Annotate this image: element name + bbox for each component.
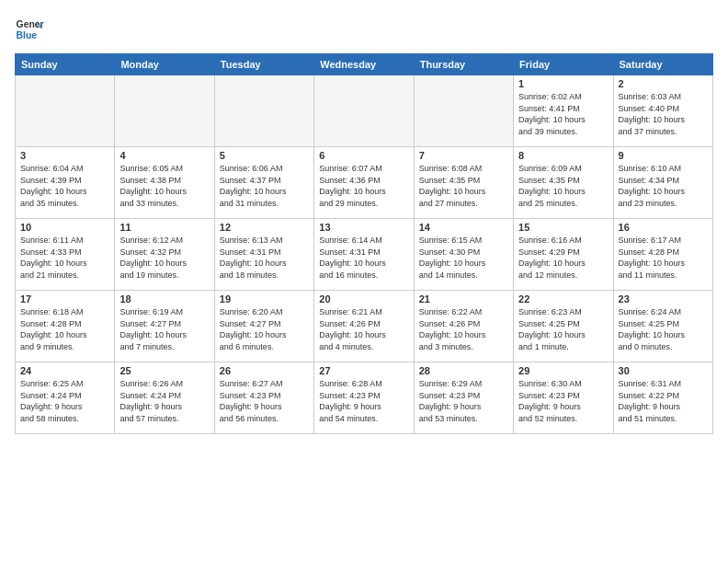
- day-cell: 26Sunrise: 6:27 AM Sunset: 4:23 PM Dayli…: [214, 362, 313, 434]
- day-info: Sunrise: 6:30 AM Sunset: 4:23 PM Dayligh…: [518, 378, 608, 424]
- day-number: 18: [119, 293, 209, 304]
- day-cell: 16Sunrise: 6:17 AM Sunset: 4:28 PM Dayli…: [613, 219, 712, 291]
- svg-text:Blue: Blue: [17, 30, 38, 40]
- day-cell: 4Sunrise: 6:05 AM Sunset: 4:38 PM Daylig…: [115, 147, 214, 219]
- day-number: 8: [518, 150, 608, 161]
- day-cell: 18Sunrise: 6:19 AM Sunset: 4:27 PM Dayli…: [115, 291, 214, 362]
- day-info: Sunrise: 6:23 AM Sunset: 4:25 PM Dayligh…: [518, 306, 608, 352]
- day-number: 25: [119, 365, 209, 376]
- day-info: Sunrise: 6:18 AM Sunset: 4:28 PM Dayligh…: [20, 306, 109, 352]
- day-cell: 30Sunrise: 6:31 AM Sunset: 4:22 PM Dayli…: [613, 362, 712, 434]
- day-info: Sunrise: 6:19 AM Sunset: 4:27 PM Dayligh…: [119, 306, 209, 352]
- calendar-body: 1Sunrise: 6:02 AM Sunset: 4:41 PM Daylig…: [16, 75, 713, 434]
- day-cell: [16, 75, 115, 147]
- day-cell: 27Sunrise: 6:28 AM Sunset: 4:23 PM Dayli…: [314, 362, 414, 434]
- week-row-2: 3Sunrise: 6:04 AM Sunset: 4:39 PM Daylig…: [16, 147, 713, 219]
- day-cell: [414, 75, 513, 147]
- day-cell: 29Sunrise: 6:30 AM Sunset: 4:23 PM Dayli…: [514, 362, 613, 434]
- day-info: Sunrise: 6:22 AM Sunset: 4:26 PM Dayligh…: [419, 306, 508, 352]
- logo-icon: General Blue: [15, 15, 44, 44]
- day-info: Sunrise: 6:04 AM Sunset: 4:39 PM Dayligh…: [20, 163, 109, 209]
- day-cell: 25Sunrise: 6:26 AM Sunset: 4:24 PM Dayli…: [115, 362, 214, 434]
- day-cell: 5Sunrise: 6:06 AM Sunset: 4:37 PM Daylig…: [214, 147, 313, 219]
- day-info: Sunrise: 6:12 AM Sunset: 4:32 PM Dayligh…: [119, 235, 209, 281]
- day-cell: 12Sunrise: 6:13 AM Sunset: 4:31 PM Dayli…: [214, 219, 313, 291]
- day-info: Sunrise: 6:08 AM Sunset: 4:35 PM Dayligh…: [419, 163, 508, 209]
- day-cell: 11Sunrise: 6:12 AM Sunset: 4:32 PM Dayli…: [115, 219, 214, 291]
- day-number: 16: [619, 222, 708, 233]
- day-info: Sunrise: 6:15 AM Sunset: 4:30 PM Dayligh…: [419, 235, 508, 281]
- day-number: 22: [518, 293, 608, 304]
- day-info: Sunrise: 6:13 AM Sunset: 4:31 PM Dayligh…: [220, 235, 309, 281]
- day-number: 10: [20, 222, 109, 233]
- day-number: 21: [419, 293, 508, 304]
- day-info: Sunrise: 6:14 AM Sunset: 4:31 PM Dayligh…: [319, 235, 408, 281]
- svg-text:General: General: [17, 19, 44, 29]
- day-number: 30: [619, 365, 708, 376]
- day-cell: 14Sunrise: 6:15 AM Sunset: 4:30 PM Dayli…: [414, 219, 513, 291]
- day-number: 23: [619, 293, 708, 304]
- day-cell: 9Sunrise: 6:10 AM Sunset: 4:34 PM Daylig…: [613, 147, 712, 219]
- day-number: 6: [319, 150, 408, 161]
- day-info: Sunrise: 6:16 AM Sunset: 4:29 PM Dayligh…: [518, 235, 608, 281]
- week-row-3: 10Sunrise: 6:11 AM Sunset: 4:33 PM Dayli…: [16, 219, 713, 291]
- week-row-5: 24Sunrise: 6:25 AM Sunset: 4:24 PM Dayli…: [16, 362, 713, 434]
- day-number: 9: [619, 150, 708, 161]
- day-info: Sunrise: 6:31 AM Sunset: 4:22 PM Dayligh…: [619, 378, 708, 424]
- day-cell: 21Sunrise: 6:22 AM Sunset: 4:26 PM Dayli…: [414, 291, 513, 362]
- day-cell: 17Sunrise: 6:18 AM Sunset: 4:28 PM Dayli…: [16, 291, 115, 362]
- day-info: Sunrise: 6:25 AM Sunset: 4:24 PM Dayligh…: [20, 378, 109, 424]
- day-number: 3: [20, 150, 109, 161]
- day-number: 27: [319, 365, 408, 376]
- day-cell: [314, 75, 414, 147]
- day-info: Sunrise: 6:29 AM Sunset: 4:23 PM Dayligh…: [419, 378, 508, 424]
- day-number: 1: [518, 78, 608, 89]
- day-cell: 23Sunrise: 6:24 AM Sunset: 4:25 PM Dayli…: [613, 291, 712, 362]
- week-row-4: 17Sunrise: 6:18 AM Sunset: 4:28 PM Dayli…: [16, 291, 713, 362]
- day-number: 15: [518, 222, 608, 233]
- day-number: 5: [220, 150, 309, 161]
- day-info: Sunrise: 6:26 AM Sunset: 4:24 PM Dayligh…: [119, 378, 209, 424]
- day-number: 29: [518, 365, 608, 376]
- day-cell: 20Sunrise: 6:21 AM Sunset: 4:26 PM Dayli…: [314, 291, 414, 362]
- day-cell: 10Sunrise: 6:11 AM Sunset: 4:33 PM Dayli…: [16, 219, 115, 291]
- day-info: Sunrise: 6:10 AM Sunset: 4:34 PM Dayligh…: [619, 163, 708, 209]
- day-info: Sunrise: 6:03 AM Sunset: 4:40 PM Dayligh…: [619, 91, 708, 137]
- day-number: 13: [319, 222, 408, 233]
- day-number: 28: [419, 365, 508, 376]
- day-info: Sunrise: 6:05 AM Sunset: 4:38 PM Dayligh…: [119, 163, 209, 209]
- day-number: 17: [20, 293, 109, 304]
- day-info: Sunrise: 6:11 AM Sunset: 4:33 PM Dayligh…: [20, 235, 109, 281]
- day-number: 7: [419, 150, 508, 161]
- day-info: Sunrise: 6:02 AM Sunset: 4:41 PM Dayligh…: [518, 91, 608, 137]
- day-number: 20: [319, 293, 408, 304]
- day-number: 26: [220, 365, 309, 376]
- day-cell: 28Sunrise: 6:29 AM Sunset: 4:23 PM Dayli…: [414, 362, 513, 434]
- day-cell: 15Sunrise: 6:16 AM Sunset: 4:29 PM Dayli…: [514, 219, 613, 291]
- weekday-friday: Friday: [514, 54, 613, 75]
- day-cell: 2Sunrise: 6:03 AM Sunset: 4:40 PM Daylig…: [613, 75, 712, 147]
- day-cell: [214, 75, 313, 147]
- day-cell: 1Sunrise: 6:02 AM Sunset: 4:41 PM Daylig…: [514, 75, 613, 147]
- logo: General Blue: [15, 15, 44, 44]
- day-cell: 6Sunrise: 6:07 AM Sunset: 4:36 PM Daylig…: [314, 147, 414, 219]
- calendar-table: SundayMondayTuesdayWednesdayThursdayFrid…: [15, 53, 713, 434]
- page: General Blue SundayMondayTuesdayWednesda…: [0, 0, 728, 563]
- day-cell: 3Sunrise: 6:04 AM Sunset: 4:39 PM Daylig…: [16, 147, 115, 219]
- weekday-tuesday: Tuesday: [214, 54, 313, 75]
- day-cell: [115, 75, 214, 147]
- day-cell: 24Sunrise: 6:25 AM Sunset: 4:24 PM Dayli…: [16, 362, 115, 434]
- weekday-saturday: Saturday: [613, 54, 712, 75]
- weekday-wednesday: Wednesday: [314, 54, 414, 75]
- day-number: 12: [220, 222, 309, 233]
- day-info: Sunrise: 6:20 AM Sunset: 4:27 PM Dayligh…: [220, 306, 309, 352]
- weekday-sunday: Sunday: [16, 54, 115, 75]
- day-info: Sunrise: 6:06 AM Sunset: 4:37 PM Dayligh…: [220, 163, 309, 209]
- header: General Blue: [15, 15, 713, 44]
- weekday-monday: Monday: [115, 54, 214, 75]
- day-cell: 7Sunrise: 6:08 AM Sunset: 4:35 PM Daylig…: [414, 147, 513, 219]
- day-info: Sunrise: 6:24 AM Sunset: 4:25 PM Dayligh…: [619, 306, 708, 352]
- day-cell: 19Sunrise: 6:20 AM Sunset: 4:27 PM Dayli…: [214, 291, 313, 362]
- day-number: 2: [619, 78, 708, 89]
- day-number: 11: [119, 222, 209, 233]
